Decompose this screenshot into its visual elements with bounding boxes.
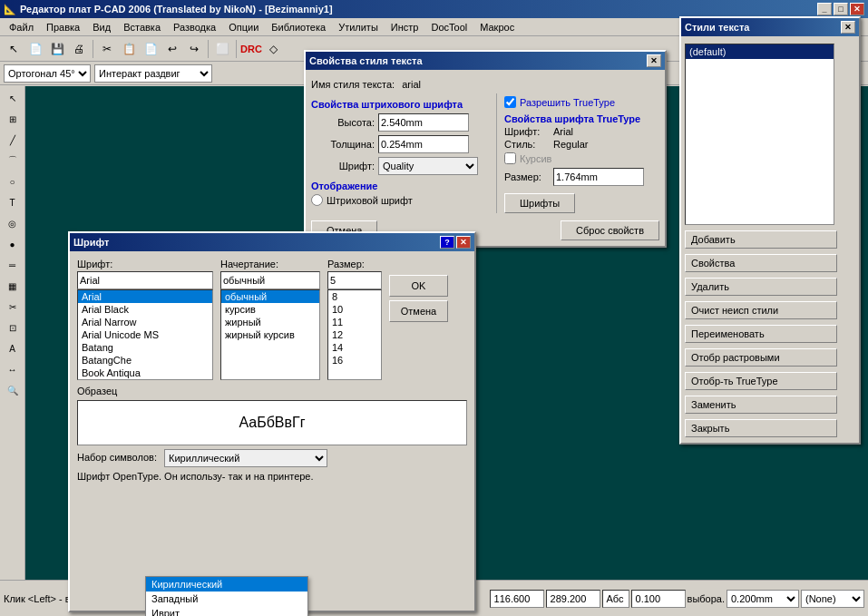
- height-input[interactable]: [378, 113, 469, 132]
- fonts-button[interactable]: Шрифты: [504, 193, 575, 213]
- italic-checkbox[interactable]: [504, 152, 516, 164]
- left-btn-copper[interactable]: ▦: [3, 276, 23, 296]
- font-name-input[interactable]: [77, 271, 213, 289]
- menu-file[interactable]: Файл: [4, 20, 39, 34]
- ts-rename-button[interactable]: Переименовать: [685, 325, 837, 343]
- props-close-button[interactable]: ✕: [647, 54, 661, 67]
- minimize-button[interactable]: _: [817, 3, 832, 15]
- size-item-12[interactable]: 12: [328, 328, 381, 341]
- font-size-input[interactable]: [327, 271, 382, 289]
- toolbar-save[interactable]: 💾: [47, 39, 67, 59]
- font-ok-button[interactable]: OK: [389, 275, 448, 297]
- font-item-arial-black[interactable]: Arial Black: [78, 303, 212, 316]
- toolbar-rect[interactable]: ⬜: [212, 39, 232, 59]
- ts-replace-button[interactable]: Заменить: [685, 396, 837, 414]
- size-item-16[interactable]: 16: [328, 354, 381, 367]
- left-btn-trace[interactable]: ═: [3, 255, 23, 275]
- toolbar-redo[interactable]: ↪: [184, 39, 204, 59]
- truetype-checkbox[interactable]: [504, 96, 516, 108]
- toolbar-arrow[interactable]: ↖: [4, 39, 24, 59]
- left-btn-part[interactable]: ⊡: [3, 318, 23, 337]
- style-item-italic[interactable]: курсив: [221, 303, 319, 316]
- text-styles-dialog[interactable]: Стили текста ✕ (default) Добавить Свойст…: [679, 16, 861, 445]
- menu-macro[interactable]: Макрос: [474, 20, 520, 34]
- font-item-batangche[interactable]: BatangChe: [78, 354, 212, 367]
- size-item-10[interactable]: 10: [328, 303, 381, 316]
- font-style-list[interactable]: обычный курсив жирный жирный курсив: [220, 289, 320, 380]
- font-item-batang[interactable]: Batang: [78, 341, 212, 354]
- font-style-input[interactable]: [220, 271, 320, 289]
- left-btn-dim[interactable]: ↔: [3, 359, 23, 379]
- style-item-bold[interactable]: жирный: [221, 316, 319, 328]
- toolbar-new[interactable]: 📄: [25, 39, 45, 59]
- font-close-button[interactable]: ✕: [456, 236, 471, 249]
- toolbar-undo[interactable]: ↩: [162, 39, 182, 59]
- ts-raster-button[interactable]: Отобр растровыми: [685, 348, 837, 367]
- font-item-book-antiqua[interactable]: Book Antiqua: [78, 367, 212, 379]
- menu-insert[interactable]: Вставка: [118, 20, 166, 34]
- menu-view[interactable]: Вид: [87, 20, 116, 34]
- style-item-bold-italic[interactable]: жирный курсив: [221, 328, 319, 341]
- stroke-radio[interactable]: [311, 194, 323, 206]
- maximize-button[interactable]: □: [834, 3, 848, 15]
- menu-doctool[interactable]: DocTool: [425, 20, 473, 34]
- charset-item-cyrillic[interactable]: Кириллический: [146, 577, 307, 592]
- charset-select[interactable]: Кириллический: [164, 449, 327, 467]
- props-confirm-button[interactable]: Сброс свойств: [561, 220, 659, 240]
- left-btn-zoom[interactable]: 🔍: [3, 380, 23, 400]
- props-dialog[interactable]: Свойства стиля текста ✕ Имя стиля текста…: [304, 50, 667, 248]
- size-item-14[interactable]: 14: [328, 341, 381, 354]
- toolbar-copy[interactable]: 📋: [119, 39, 139, 59]
- font-dialog[interactable]: Шрифт ? ✕ Шрифт: Arial Arial Black Ar: [68, 231, 476, 612]
- charset-dropdown[interactable]: Кириллический Западный Иврит Арабский Гр…: [145, 576, 308, 616]
- interact-select[interactable]: Интеракт раздвиг: [94, 64, 212, 83]
- charset-item-western[interactable]: Западный: [146, 592, 307, 606]
- ts-add-button[interactable]: Добавить: [685, 230, 837, 249]
- left-btn-circle[interactable]: ○: [3, 171, 23, 191]
- charset-item-hebrew[interactable]: Иврит: [146, 606, 307, 616]
- left-btn-text[interactable]: T: [3, 192, 23, 212]
- toolbar-print[interactable]: 🖨: [69, 39, 89, 59]
- left-btn-cut[interactable]: ✂: [3, 297, 23, 317]
- ortho-select[interactable]: Ортогонал 45°: [4, 64, 91, 83]
- menu-utils[interactable]: Утилиты: [333, 20, 384, 34]
- toolbar-diamond[interactable]: ◇: [264, 39, 284, 59]
- size-item-8[interactable]: 8: [328, 290, 381, 303]
- font-item-arial-unicode[interactable]: Arial Unicode MS: [78, 328, 212, 341]
- font-size-list[interactable]: 8 10 11 12 14 16: [327, 289, 382, 380]
- ts-truetype-button[interactable]: Отобр-ть TrueType: [685, 372, 837, 390]
- menu-tool[interactable]: Инстр: [385, 20, 424, 34]
- menu-options[interactable]: Опции: [223, 20, 264, 34]
- left-btn-arc[interactable]: ⌒: [3, 151, 23, 171]
- thickness-input[interactable]: [378, 135, 469, 153]
- menu-edit[interactable]: Правка: [41, 20, 85, 34]
- menu-library[interactable]: Библиотека: [266, 20, 331, 34]
- toolbar-paste[interactable]: 📄: [141, 39, 161, 59]
- left-btn-via[interactable]: ●: [3, 234, 23, 254]
- left-btn-select[interactable]: ↖: [3, 88, 23, 108]
- left-btn-pad[interactable]: ◎: [3, 213, 23, 233]
- ts-properties-button[interactable]: Свойства: [685, 254, 837, 272]
- font-name-list[interactable]: Arial Arial Black Arial Narrow Arial Uni…: [77, 289, 213, 380]
- font-select[interactable]: Quality: [378, 157, 478, 175]
- left-btn-attr[interactable]: A: [3, 338, 23, 358]
- size-input[interactable]: [553, 168, 644, 186]
- ts-close-btn[interactable]: Закрыть: [685, 419, 837, 437]
- font-item-arial-narrow[interactable]: Arial Narrow: [78, 316, 212, 328]
- ts-close-button[interactable]: ✕: [841, 21, 855, 34]
- status-none-select[interactable]: (None): [801, 590, 864, 608]
- status-size-select[interactable]: 0.200mm: [727, 590, 799, 608]
- left-btn-line[interactable]: ╱: [3, 130, 23, 150]
- ts-list-item-default[interactable]: (default): [686, 44, 834, 59]
- close-button[interactable]: ✕: [850, 3, 864, 15]
- size-item-11[interactable]: 11: [328, 316, 381, 328]
- menu-route[interactable]: Разводка: [168, 20, 221, 34]
- ts-delete-button[interactable]: Удалить: [685, 278, 837, 296]
- style-item-regular[interactable]: обычный: [221, 290, 319, 303]
- font-help-button[interactable]: ?: [440, 236, 454, 249]
- font-item-arial[interactable]: Arial: [78, 290, 212, 303]
- ts-clear-button[interactable]: Очист неисп стили: [685, 301, 837, 319]
- ts-list[interactable]: (default): [685, 44, 834, 225]
- left-btn-grid[interactable]: ⊞: [3, 109, 23, 129]
- font-cancel-button[interactable]: Отмена: [389, 300, 448, 322]
